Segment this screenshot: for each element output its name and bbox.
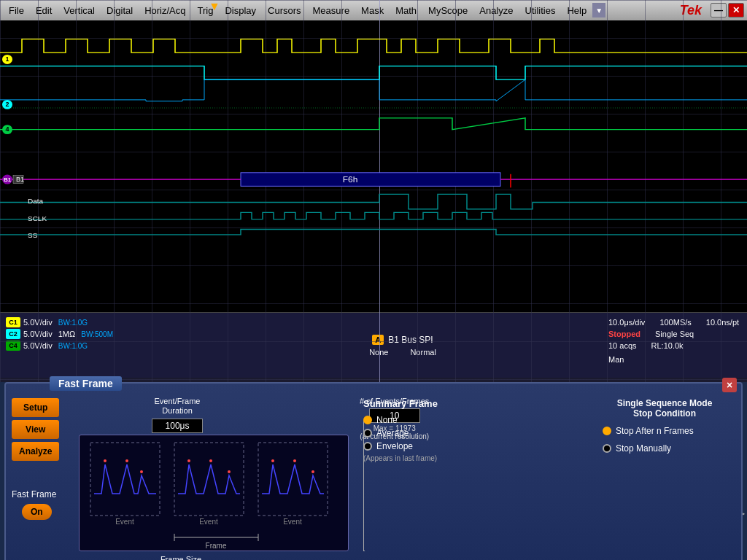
appears-note: (Appears in last frame) [363, 454, 473, 462]
svg-text:B1: B1 [16, 176, 24, 183]
summary-average-option[interactable]: Average [363, 428, 473, 438]
frame-size-section: Frame Size [152, 555, 210, 560]
svg-point-22 [140, 470, 143, 473]
scope-screen: ▼ 2 F6h 1 2 [0, 20, 747, 312]
fast-frame-area: ▶ Fast Frame × Setup View Analyze Fast F… [0, 382, 747, 560]
sequence-mode-section: Single Sequence ModeStop Condition Stop … [603, 398, 727, 456]
view-tab[interactable]: View [12, 420, 59, 439]
svg-text:Event: Event [115, 518, 134, 526]
svg-rect-17 [90, 443, 160, 516]
stop-after-frames-label: Stop After n Frames [616, 426, 694, 436]
svg-text:4: 4 [5, 126, 9, 133]
svg-rect-1 [241, 173, 500, 187]
summary-envelope-option[interactable]: Envelope [363, 441, 473, 451]
svg-point-23 [187, 459, 190, 462]
summary-average-radio[interactable] [363, 429, 372, 438]
fast-frame-title: Fast Frame [50, 376, 122, 391]
stop-manually-label: Stop Manually [616, 443, 671, 454]
stop-after-frames-option[interactable]: Stop After n Frames [603, 426, 727, 436]
svg-point-25 [228, 470, 231, 473]
svg-text:B1: B1 [4, 176, 12, 183]
svg-text:F6h: F6h [343, 175, 358, 184]
svg-text:2: 2 [5, 101, 9, 108]
fast-frame-sidebar: Setup View Analyze [12, 398, 59, 461]
summary-average-label: Average [376, 428, 409, 438]
summary-none-option[interactable]: None [363, 415, 473, 425]
summary-none-radio[interactable] [363, 416, 372, 424]
svg-text:SS: SS [28, 231, 37, 239]
svg-rect-18 [174, 443, 244, 516]
fast-frame-close-button[interactable]: × [722, 378, 737, 392]
stop-manually-option[interactable]: Stop Manually [603, 443, 727, 454]
event-frame-label: Event/FrameDuration [152, 397, 203, 416]
summary-envelope-radio[interactable] [363, 442, 372, 451]
frame-size-label: Frame Size [152, 555, 210, 560]
summary-none-label: None [376, 415, 398, 425]
event-frame-duration-input[interactable] [152, 419, 203, 433]
analyze-tab[interactable]: Analyze [12, 442, 59, 461]
svg-text:Event: Event [283, 518, 302, 526]
svg-text:Data: Data [28, 198, 44, 206]
fast-frame-on-button[interactable]: On [22, 504, 52, 520]
svg-point-28 [311, 470, 314, 473]
fast-frame-panel: Fast Frame × Setup View Analyze Fast Fra… [4, 382, 743, 560]
svg-text:1: 1 [5, 55, 9, 63]
svg-text:Event: Event [199, 518, 218, 526]
svg-text:Frame: Frame [206, 542, 227, 550]
stop-after-frames-radio[interactable] [603, 427, 611, 435]
summary-frame-section: Summary Frame None Average Envelope (App… [363, 398, 473, 462]
sequence-mode-title: Single Sequence ModeStop Condition [603, 398, 727, 419]
svg-point-26 [271, 459, 274, 462]
event-frame-duration-section: Event/FrameDuration [152, 397, 203, 433]
svg-point-21 [125, 459, 128, 462]
summary-frame-title: Summary Frame [363, 398, 473, 409]
stop-manually-radio[interactable] [603, 444, 611, 453]
svg-text:SCLK: SCLK [28, 215, 47, 223]
frame-diagram-svg: Event Event Event Frame [80, 435, 349, 552]
svg-point-27 [293, 459, 296, 462]
setup-tab[interactable]: Setup [12, 398, 59, 417]
summary-envelope-label: Envelope [376, 441, 413, 451]
svg-rect-19 [258, 443, 328, 516]
svg-point-20 [104, 459, 107, 462]
waveform-display: 2 F6h 1 2 4 B1 B1 Data SCLK [0, 0, 747, 270]
fast-frame-label: Fast Frame [12, 489, 56, 499]
svg-point-24 [209, 459, 212, 462]
frame-diagram: Event Event Event Frame [79, 435, 349, 551]
